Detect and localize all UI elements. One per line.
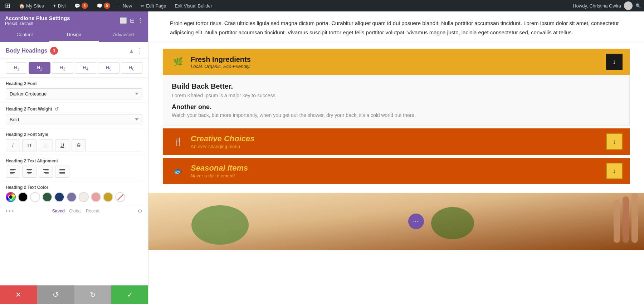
panel-icon-columns[interactable]: ⊟ bbox=[130, 17, 135, 24]
color-slash-swatch[interactable] bbox=[115, 192, 125, 202]
heading2-font-label: Heading 2 Font bbox=[6, 81, 142, 86]
section-header: Body Headings 1 ▴ ⋮ bbox=[0, 42, 148, 59]
heading2-alignment-label: Heading 2 Text Alignment bbox=[6, 158, 142, 163]
comments-badge: 3 bbox=[82, 3, 88, 9]
tab-content[interactable]: Content bbox=[0, 28, 49, 42]
h3-tab[interactable]: H3 bbox=[52, 62, 73, 74]
seasonal-subtitle: Never a dull moment! bbox=[191, 173, 248, 178]
accordion-creative-left: 🍴 Creative Choices An ever-changing menu bbox=[170, 134, 255, 149]
weight-reset-icon[interactable]: ↺ bbox=[54, 106, 59, 112]
panel-header: Accordions Plus Settings Preset: Default… bbox=[0, 11, 148, 28]
align-left-btn[interactable] bbox=[6, 166, 20, 178]
heading2-weight-select[interactable]: Bold bbox=[6, 114, 142, 125]
redo-button[interactable]: ↻ bbox=[74, 285, 112, 304]
tab-design[interactable]: Design bbox=[49, 28, 99, 42]
divi-icon: ✦ bbox=[53, 3, 57, 9]
color-pink-swatch[interactable] bbox=[91, 192, 101, 202]
panel-title: Accordions Plus Settings bbox=[5, 15, 70, 21]
h4-tab[interactable]: H4 bbox=[75, 62, 96, 74]
exit-visual-builder-button[interactable]: Exit Visual Builder bbox=[173, 0, 215, 11]
color-black-swatch[interactable] bbox=[18, 192, 28, 202]
panel-icon-more[interactable]: ⋮ bbox=[137, 17, 143, 24]
creative-arrow[interactable]: ↓ bbox=[606, 133, 623, 150]
align-center-icon bbox=[26, 169, 32, 174]
confirm-button[interactable]: ✓ bbox=[111, 285, 148, 304]
heading2-font-row: Heading 2 Font Darker Grotesque bbox=[0, 78, 148, 103]
heading2-font-select[interactable]: Darker Grotesque bbox=[6, 88, 142, 99]
style-smallcaps-btn[interactable]: Tt bbox=[39, 139, 53, 151]
style-underline-btn[interactable]: U bbox=[55, 139, 69, 151]
section-more-icon[interactable]: ⋮ bbox=[136, 47, 142, 55]
seasonal-icon-box: 🐟 bbox=[170, 163, 186, 179]
section-collapse-icon[interactable]: ▴ bbox=[130, 47, 133, 55]
wordpress-logo[interactable]: ⊞ bbox=[3, 0, 13, 11]
divi-menu[interactable]: ✦ Divi bbox=[50, 0, 68, 11]
user-greeting: Howdy, Christina Gwira bbox=[573, 3, 621, 9]
align-center-btn[interactable] bbox=[22, 166, 36, 178]
seasonal-arrow[interactable]: ↓ bbox=[606, 163, 623, 179]
align-right-btn[interactable] bbox=[39, 166, 53, 178]
h6-tab[interactable]: H6 bbox=[121, 62, 142, 74]
accordion-fresh: 🌿 Fresh Ingredients Local. Organic. Eco-… bbox=[163, 49, 630, 126]
my-sites-menu[interactable]: 🏠 My Sites bbox=[17, 0, 46, 11]
heading2-color-label: Heading 2 Text Color bbox=[6, 185, 142, 190]
food-image-svg bbox=[148, 193, 644, 250]
fresh-body-sub-title: Another one. bbox=[172, 103, 621, 111]
style-uppercase-btn[interactable]: TT bbox=[22, 139, 36, 151]
messages-badge: 0 bbox=[104, 3, 110, 9]
svg-rect-6 bbox=[631, 193, 638, 243]
undo-button[interactable]: ↺ bbox=[37, 285, 74, 304]
svg-point-1 bbox=[191, 205, 249, 245]
color-gold-swatch[interactable] bbox=[103, 192, 113, 202]
color-green-swatch[interactable] bbox=[42, 192, 52, 202]
accordion-creative-header[interactable]: 🍴 Creative Choices An ever-changing menu… bbox=[163, 128, 630, 155]
fresh-body-text: Lorem Khaled Ipsum is a major key to suc… bbox=[172, 93, 621, 98]
color-row-footer: • • • Saved Global Recent ⚙ bbox=[0, 205, 148, 217]
section-badge: 1 bbox=[50, 47, 58, 55]
tab-advanced[interactable]: Advanced bbox=[99, 28, 148, 42]
cancel-button[interactable]: ✕ bbox=[0, 285, 37, 304]
search-icon[interactable]: 🔍 bbox=[635, 3, 641, 9]
color-picker-swatch[interactable] bbox=[6, 192, 16, 202]
align-justify-btn[interactable] bbox=[55, 166, 69, 178]
panel-icon-screenshot[interactable]: ⬜ bbox=[120, 17, 127, 24]
h2-tab[interactable]: H2 bbox=[29, 62, 50, 74]
color-swatches bbox=[6, 192, 142, 202]
accordion-seasonal-header[interactable]: 🐟 Seasonal Items Never a dull moment! ↓ bbox=[163, 158, 630, 184]
color-white-swatch[interactable] bbox=[30, 192, 40, 202]
accordion-seasonal-titles: Seasonal Items Never a dull moment! bbox=[191, 163, 248, 178]
style-strikethrough-btn[interactable]: S bbox=[72, 139, 86, 151]
gear-icon[interactable]: ⚙ bbox=[138, 208, 142, 214]
accordion-fresh-header[interactable]: 🌿 Fresh Ingredients Local. Organic. Eco-… bbox=[163, 49, 630, 75]
align-justify-icon bbox=[59, 169, 65, 174]
panel-header-icons: ⬜ ⊟ ⋮ bbox=[120, 17, 143, 24]
recent-link[interactable]: Recent bbox=[86, 209, 99, 214]
global-link[interactable]: Global bbox=[69, 209, 82, 214]
saved-link[interactable]: Saved bbox=[52, 209, 65, 214]
panel-content: Body Headings 1 ▴ ⋮ H1 H2 H3 H4 H5 H6 He… bbox=[0, 42, 148, 304]
seasonal-title: Seasonal Items bbox=[191, 163, 248, 173]
color-navy-swatch[interactable] bbox=[54, 192, 64, 202]
heading2-style-row: Heading 2 Font Style I TT Tt U S bbox=[0, 128, 148, 155]
panel-preset[interactable]: Preset: Default bbox=[5, 21, 70, 26]
edit-page-button[interactable]: ✏ Edit Page bbox=[138, 0, 168, 11]
align-left-icon bbox=[10, 169, 16, 174]
page-intro-text: Proin eget tortor risus. Cras ultricies … bbox=[148, 11, 644, 43]
new-menu[interactable]: + New bbox=[117, 0, 135, 11]
section-actions: ▴ ⋮ bbox=[130, 47, 142, 55]
heading2-weight-row: Heading 2 Font Weight ↺ Bold bbox=[0, 103, 148, 128]
creative-title: Creative Choices bbox=[191, 134, 255, 143]
messages-menu[interactable]: 💭 0 bbox=[94, 0, 112, 11]
overlay-dots-button[interactable]: ⋯ bbox=[408, 214, 424, 229]
style-italic-btn[interactable]: I bbox=[6, 139, 20, 151]
color-cream-swatch[interactable] bbox=[79, 192, 89, 202]
main-layout: Accordions Plus Settings Preset: Default… bbox=[0, 11, 644, 304]
comments-menu[interactable]: 💬 3 bbox=[72, 0, 90, 11]
svg-rect-4 bbox=[614, 200, 620, 243]
fresh-arrow[interactable]: ↓ bbox=[606, 54, 623, 70]
color-more-dots[interactable]: • • • bbox=[6, 208, 14, 214]
color-lavender-swatch[interactable] bbox=[67, 192, 77, 202]
messages-icon: 💭 bbox=[97, 3, 102, 9]
h5-tab[interactable]: H5 bbox=[98, 62, 119, 74]
h1-tab[interactable]: H1 bbox=[6, 62, 27, 74]
